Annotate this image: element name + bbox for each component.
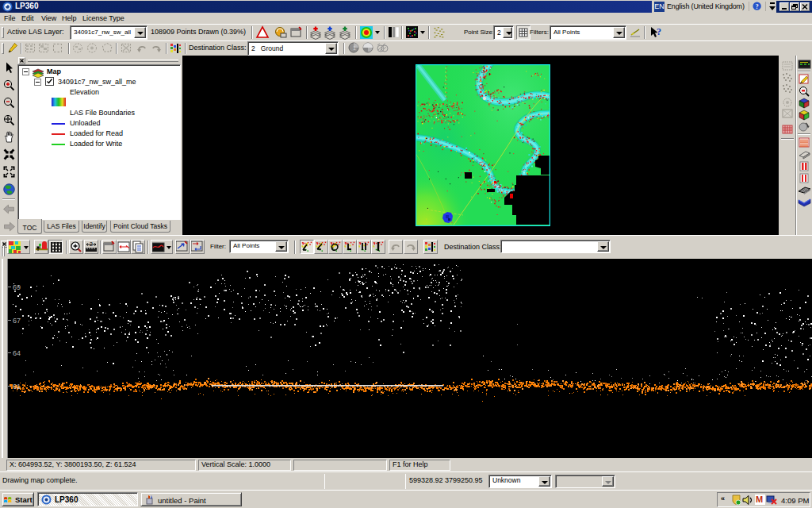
svg-text:69: 69 <box>13 283 21 291</box>
svg-text:?: ? <box>756 3 759 10</box>
svg-text:1: 1 <box>353 45 356 51</box>
svg-text:67: 67 <box>13 317 21 325</box>
svg-text:2: 2 <box>90 241 93 247</box>
svg-text:61: 61 <box>13 383 21 391</box>
svg-text:1: 1 <box>299 26 302 31</box>
svg-text:?: ? <box>657 26 661 37</box>
svg-text:64: 64 <box>13 349 21 357</box>
